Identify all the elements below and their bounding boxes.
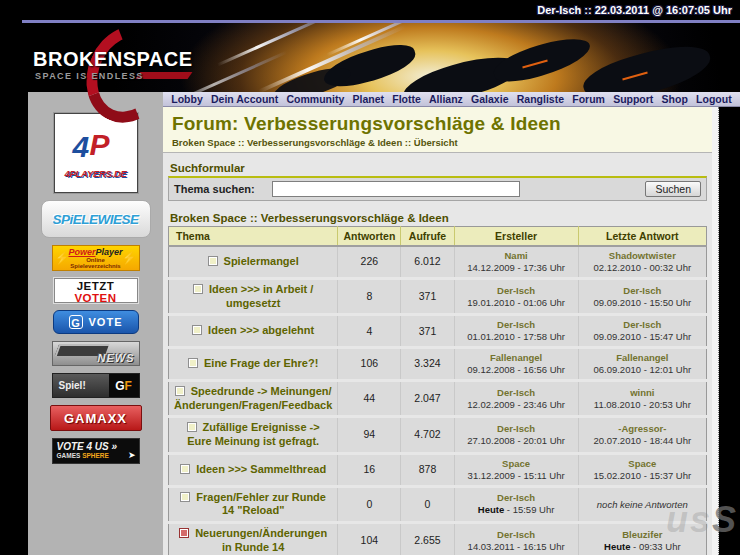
nav-item-rangliste[interactable]: Rangliste	[517, 93, 564, 105]
post-date: 20.07.2010 - 18:44 Uhr	[584, 435, 701, 447]
thread-table: Thema Antworten Aufrufe Ersteller Letzte…	[168, 226, 707, 555]
last-answer-cell: Fallenangel06.09.2010 - 12:01 Uhr	[578, 348, 706, 381]
views-count: 4.702	[401, 417, 454, 454]
thread-table-body: Spielermangel2266.012Nami14.12.2009 - 17…	[169, 246, 707, 555]
thread-title-link[interactable]: Ideen >>> abgelehnt	[208, 324, 314, 336]
search-button[interactable]: Suchen	[645, 181, 701, 197]
ad-news-banner[interactable]: NEWS	[52, 341, 140, 366]
thread-title-link[interactable]: Zufällige Ereignisse -> Eure Meinung ist…	[187, 421, 320, 447]
ad-spielewiese-banner[interactable]: SPiELEWIESE	[41, 200, 151, 238]
nav-item-forum[interactable]: Forum	[572, 93, 605, 105]
logo-swoosh	[136, 72, 193, 79]
views-count: 2.655	[401, 523, 454, 555]
ad-spiel-gf-banner[interactable]: Spiel! GF	[52, 373, 140, 398]
thread-title-link[interactable]: Ideen >>> Sammelthread	[196, 463, 326, 475]
user-name[interactable]: Der-Isch	[460, 529, 573, 541]
nav-item-allianz[interactable]: Allianz	[429, 93, 463, 105]
nav-item-planet[interactable]: Planet	[352, 93, 384, 105]
post-date: 06.09.2010 - 12:01 Uhr	[584, 364, 701, 376]
nav-item-flotte[interactable]: Flotte	[392, 93, 421, 105]
thread-title-link[interactable]: Ideen >>> in Arbeit / umgesetzt	[209, 283, 313, 309]
banner-streak	[217, 20, 337, 66]
thread-table-section: Broken Space :: Verbesserungsvorschläge …	[168, 212, 707, 555]
thread-title-cell: Ideen >>> abgelehnt	[169, 315, 338, 348]
post-date: 09.12.2008 - 16:56 Uhr	[460, 364, 573, 376]
games-word: GAMES	[57, 452, 83, 459]
user-name[interactable]: winni	[584, 387, 701, 399]
ad-jetzt-voten-banner[interactable]: JETZT VOTEN	[54, 278, 138, 303]
nav-item-logout[interactable]: Logout	[696, 93, 732, 105]
thread-row: Ideen >>> Sammelthread16878Space31.12.20…	[169, 453, 707, 486]
user-name[interactable]: Shadowtwister	[584, 250, 701, 262]
user-name[interactable]: Der-Isch	[460, 423, 573, 435]
creator-cell: Der-Isch27.10.2008 - 20:01 Uhr	[454, 417, 578, 454]
nav-item-shop[interactable]: Shop	[662, 93, 688, 105]
thread-row: Neuerungen/Änderungen in Runde 141042.65…	[169, 523, 707, 555]
user-name[interactable]: Der-Isch	[460, 387, 573, 399]
lightning-icon: ⚡	[55, 252, 70, 264]
cursor-icon: ➤	[128, 451, 136, 461]
user-name[interactable]: Der-Isch	[460, 285, 573, 297]
nav-item-community[interactable]: Community	[286, 93, 344, 105]
creator-cell: Der-Isch14.03.2011 - 16:15 Uhr	[454, 523, 578, 555]
thread-status-icon	[188, 358, 198, 368]
thread-title-link[interactable]: Spielermangel	[224, 255, 299, 267]
spiel-label: Spiel!	[53, 374, 109, 397]
replies-count: 94	[338, 417, 401, 454]
breadcrumb: Broken Space :: Verbesserungsvorschläge …	[172, 137, 703, 148]
search-section: Suchformular Thema suchen: Suchen	[168, 162, 707, 201]
thread-title-link[interactable]: Eine Frage der Ehre?!	[204, 357, 318, 369]
replies-count: 0	[338, 486, 401, 523]
post-date: Heute - 15:59 Uhr	[460, 504, 573, 516]
thread-title-link[interactable]: Fragen/Fehler zur Runde 14 "Reload"	[196, 491, 326, 517]
search-heading: Suchformular	[170, 162, 707, 174]
thread-status-icon	[208, 256, 218, 266]
last-answer-cell: -Agressor-20.07.2010 - 18:44 Uhr	[578, 417, 706, 454]
nav-item-galaxie[interactable]: Galaxie	[471, 93, 508, 105]
ad-vote4us-gamesphere-banner[interactable]: VOTE 4 US » GAMES SPHERE ➤	[52, 438, 140, 464]
last-answer-cell: Der-Isch09.09.2010 - 15:47 Uhr	[578, 315, 706, 348]
user-name[interactable]: Der-Isch	[460, 319, 573, 331]
user-name[interactable]: Fallenangel	[584, 352, 701, 364]
user-name[interactable]: -Agressor-	[584, 423, 701, 435]
gf-letter-f: F	[125, 379, 132, 393]
thread-title-cell: Zufällige Ereignisse -> Eure Meinung ist…	[169, 417, 338, 454]
col-header-ersteller: Ersteller	[454, 227, 578, 247]
user-name[interactable]: Space	[584, 458, 701, 470]
page-title: Forum: Verbesserungsvorschläge & Ideen	[172, 113, 703, 135]
ad-gamaxx-banner[interactable]: GAMAXX	[50, 405, 142, 431]
search-input[interactable]	[272, 181, 520, 197]
views-count: 3.324	[401, 348, 454, 381]
user-name[interactable]: Space	[460, 458, 573, 470]
user-name[interactable]: Bleuzifer	[584, 529, 701, 541]
user-name[interactable]: Der-Isch	[584, 319, 701, 331]
thread-status-icon	[180, 464, 190, 474]
thread-title-link[interactable]: Neuerungen/Änderungen in Runde 14	[195, 527, 327, 553]
col-header-thema: Thema	[169, 227, 338, 247]
user-name[interactable]: Fallenangel	[460, 352, 573, 364]
ad-gvote-banner[interactable]: G VOTE	[53, 310, 139, 334]
nav-item-dein-account[interactable]: Dein Account	[211, 93, 278, 105]
replies-count: 4	[338, 315, 401, 348]
thread-title-link[interactable]: Speedrunde -> Meinungen/Änderungen/Frage…	[174, 385, 332, 411]
jetzt-label: JETZT	[55, 280, 137, 292]
brokenspace-logo: BROKENSPACE SPACE IS ENDLESS	[30, 28, 190, 128]
col-header-letzte-antwort: Letzte Antwort	[578, 227, 706, 247]
thread-title-cell: Neuerungen/Änderungen in Runde 14	[169, 523, 338, 555]
views-count: 878	[401, 453, 454, 486]
thread-title-cell: Spielermangel	[169, 246, 338, 278]
main-content: Forum: Verbesserungsvorschläge & Ideen B…	[163, 107, 712, 555]
user-name[interactable]: Nami	[460, 250, 573, 262]
replies-count: 8	[338, 278, 401, 315]
replies-count: 44	[338, 380, 401, 417]
last-answer-cell: Space15.02.2010 - 15:37 Uhr	[578, 453, 706, 486]
last-answer-cell: Der-Isch09.09.2010 - 15:50 Uhr	[578, 278, 706, 315]
thread-title-cell: Ideen >>> in Arbeit / umgesetzt	[169, 278, 338, 315]
user-name[interactable]: Der-Isch	[584, 285, 701, 297]
powerplayer-word-power: Power	[68, 247, 95, 257]
last-answer-cell: winni11.08.2010 - 20:53 Uhr	[578, 380, 706, 417]
gf-logo-icon: GF	[109, 374, 139, 397]
ad-powerplayer-banner[interactable]: ⚡ ⚡ PowerPlayer Online Spieleverzeichnis	[52, 245, 140, 271]
nav-item-support[interactable]: Support	[613, 93, 653, 105]
user-name[interactable]: Der-Isch	[460, 492, 573, 504]
